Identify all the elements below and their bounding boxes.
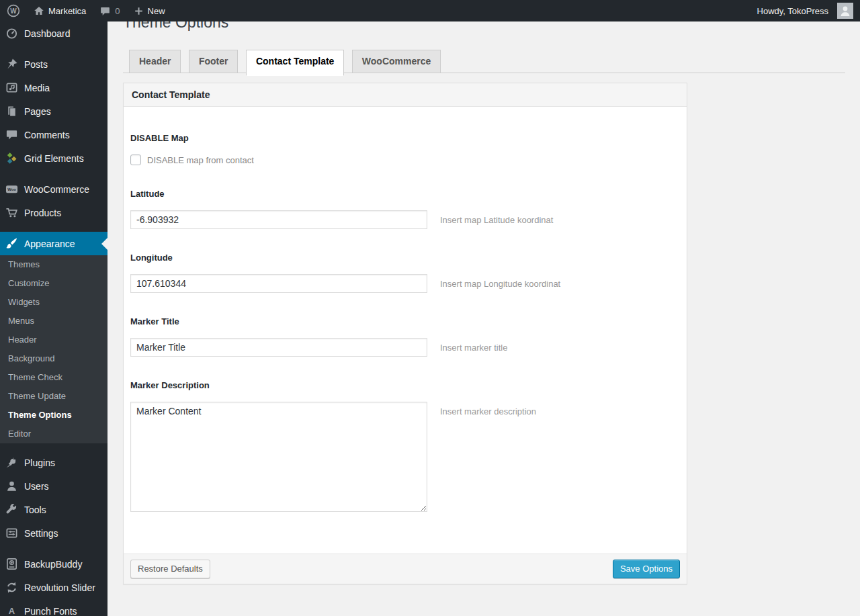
menu-separator — [0, 443, 108, 451]
sidebar-item-punch-fonts[interactable]: A Punch Fonts — [0, 599, 108, 616]
submenu-item-widgets[interactable]: Widgets — [0, 293, 108, 312]
wordpress-logo-icon[interactable]: W — [0, 0, 27, 21]
admin-bar-site-link[interactable]: Marketica — [27, 0, 93, 21]
marker-title-help-text: Insert marker title — [440, 338, 507, 353]
svg-text:Woo: Woo — [7, 187, 16, 191]
site-name: Marketica — [48, 6, 86, 16]
longitude-field: Longitude Insert map Longitude koordinat — [130, 253, 679, 293]
submenu-item-theme-options[interactable]: Theme Options — [0, 406, 108, 425]
svg-text:W: W — [10, 7, 17, 15]
admin-bar-account[interactable]: Howdy, TokoPress — [750, 0, 860, 21]
marker-description-label: Marker Description — [130, 380, 679, 390]
plugin-icon — [5, 456, 18, 469]
sidebar-item-dashboard[interactable]: Dashboard — [0, 21, 108, 45]
marker-description-help-text: Insert marker description — [440, 402, 536, 416]
panel-body: DISABLE Map DISABLE map from contact Lat… — [124, 107, 687, 554]
disable-map-label: DISABLE Map — [130, 133, 679, 143]
sidebar-item-grid-elements[interactable]: Grid Elements — [0, 146, 108, 170]
longitude-label: Longitude — [130, 253, 679, 263]
longitude-input[interactable] — [130, 274, 427, 293]
brush-icon — [5, 237, 18, 250]
comments-count: 0 — [115, 6, 120, 16]
appearance-submenu: Themes Customize Widgets Menus Header Ba… — [0, 255, 108, 443]
latitude-input[interactable] — [130, 210, 427, 229]
sidebar-item-woocommerce[interactable]: Woo WooCommerce — [0, 177, 108, 201]
submenu-item-theme-update[interactable]: Theme Update — [0, 387, 108, 406]
panel-footer: Restore Defaults Save Options — [124, 554, 687, 584]
person-icon — [838, 4, 852, 17]
submenu-item-themes[interactable]: Themes — [0, 255, 108, 274]
submenu-item-background[interactable]: Background — [0, 349, 108, 368]
submenu-item-theme-check[interactable]: Theme Check — [0, 368, 108, 387]
active-menu-arrow — [101, 238, 108, 250]
marker-title-label: Marker Title — [130, 316, 679, 326]
sidebar-item-tools[interactable]: Tools — [0, 498, 108, 521]
wordpress-logo-icon: W — [7, 4, 20, 17]
wrench-icon — [5, 503, 18, 516]
avatar — [837, 3, 853, 19]
user-icon — [5, 480, 18, 492]
sidebar-item-posts[interactable]: Posts — [0, 52, 108, 76]
sidebar-item-pages[interactable]: Pages — [0, 99, 108, 123]
admin-bar: W Marketica 0 New Howdy, TokoPress — [0, 0, 860, 21]
rotate-arrows-icon — [5, 581, 18, 594]
marker-description-field: Marker Description Marker Content Insert… — [130, 380, 679, 512]
sidebar-item-backupbuddy[interactable]: BackupBuddy — [0, 552, 108, 576]
settings-icon — [5, 527, 18, 539]
pages-icon — [5, 105, 18, 118]
disable-map-field: DISABLE Map DISABLE map from contact — [130, 133, 679, 165]
latitude-help-text: Insert map Latitude koordinat — [440, 210, 553, 225]
comment-bubble-icon — [99, 5, 111, 17]
tab-footer[interactable]: Footer — [189, 50, 239, 73]
menu-separator — [0, 45, 108, 52]
admin-bar-new-button[interactable]: New — [127, 0, 172, 21]
sidebar-item-plugins[interactable]: Plugins — [0, 451, 108, 474]
menu-separator — [0, 170, 108, 177]
pin-icon — [5, 58, 18, 71]
submenu-item-customize[interactable]: Customize — [0, 274, 108, 293]
tab-bar: Header Footer Contact Template WooCommer… — [123, 50, 845, 73]
plus-icon — [134, 6, 144, 16]
admin-bar-comments[interactable]: 0 — [93, 0, 126, 21]
sidebar-item-media[interactable]: Media — [0, 76, 108, 99]
marker-description-textarea[interactable]: Marker Content — [130, 402, 427, 512]
main-content: Theme Options Header Footer Contact Temp… — [108, 0, 860, 616]
marker-title-input[interactable] — [130, 338, 427, 357]
submenu-item-header[interactable]: Header — [0, 331, 108, 349]
cart-icon — [5, 206, 18, 219]
tab-woocommerce[interactable]: WooCommerce — [352, 50, 441, 73]
backup-disk-icon — [5, 558, 18, 570]
sidebar-item-settings[interactable]: Settings — [0, 521, 108, 545]
restore-defaults-button[interactable]: Restore Defaults — [130, 560, 210, 578]
comments-icon — [5, 128, 18, 141]
sidebar-item-products[interactable]: Products — [0, 201, 108, 224]
marker-title-field: Marker Title Insert marker title — [130, 316, 679, 357]
disable-map-checkbox-label: DISABLE map from contact — [147, 155, 254, 165]
new-label: New — [148, 6, 165, 16]
grid-elements-icon — [5, 152, 18, 165]
save-options-button[interactable]: Save Options — [613, 560, 680, 578]
howdy-text: Howdy, TokoPress — [757, 6, 828, 16]
sidebar-item-revolution-slider[interactable]: Revolution Slider — [0, 576, 108, 599]
dashboard-icon — [5, 27, 18, 40]
home-icon — [34, 5, 44, 16]
disable-map-checkbox[interactable] — [130, 155, 141, 165]
latitude-field: Latitude Insert map Latitude koordinat — [130, 189, 679, 229]
submenu-item-editor[interactable]: Editor — [0, 425, 108, 443]
disable-map-checkbox-row[interactable]: DISABLE map from contact — [130, 155, 679, 165]
submenu-item-menus[interactable]: Menus — [0, 312, 108, 331]
letter-a-icon: A — [5, 605, 18, 616]
menu-separator — [0, 224, 108, 232]
longitude-help-text: Insert map Longitude koordinat — [440, 274, 560, 289]
admin-sidebar: Dashboard Posts Media Pages Comments — [0, 21, 108, 616]
sidebar-item-comments[interactable]: Comments — [0, 123, 108, 146]
sidebar-item-users[interactable]: Users — [0, 474, 108, 498]
tab-header[interactable]: Header — [129, 50, 181, 73]
panel-title: Contact Template — [124, 83, 687, 107]
media-icon — [5, 81, 18, 94]
tab-contact-template[interactable]: Contact Template — [246, 50, 344, 76]
latitude-label: Latitude — [130, 189, 679, 199]
sidebar-item-appearance[interactable]: Appearance — [0, 232, 108, 255]
woocommerce-icon: Woo — [5, 183, 18, 195]
menu-separator — [0, 545, 108, 552]
